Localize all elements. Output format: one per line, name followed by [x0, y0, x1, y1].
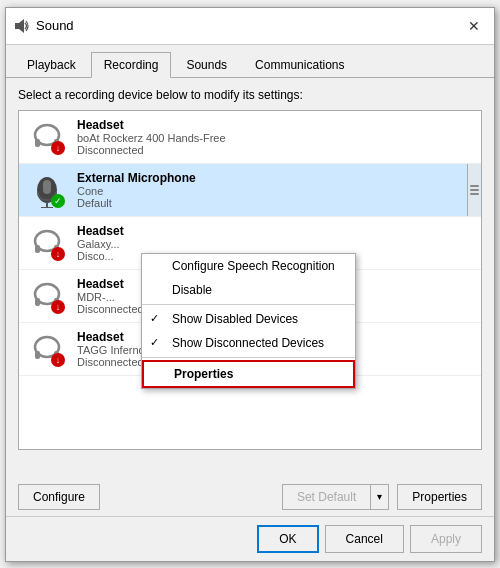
context-item-properties[interactable]: Properties	[142, 360, 355, 388]
status-badge-red2: ↓	[51, 247, 65, 261]
close-button[interactable]: ✕	[462, 14, 486, 38]
sound-dialog: Sound ✕ Playback Recording Sounds Commun…	[5, 7, 495, 562]
status-badge-red1: ↓	[51, 141, 65, 155]
window-title: Sound	[36, 18, 74, 33]
configure-button[interactable]: Configure	[18, 484, 100, 510]
context-separator	[142, 304, 355, 305]
tab-communications[interactable]: Communications	[242, 52, 357, 78]
properties-button[interactable]: Properties	[397, 484, 482, 510]
svg-rect-10	[35, 245, 40, 253]
svg-marker-1	[19, 19, 24, 33]
title-bar-left: Sound	[14, 18, 74, 34]
device-icon-headset1: ↓	[27, 117, 67, 157]
tab-bar: Playback Recording Sounds Communications	[6, 45, 494, 78]
context-menu: Configure Speech Recognition Disable Sho…	[141, 253, 356, 389]
device-status-microphone: Default	[77, 197, 196, 209]
device-icon-headset4: ↓	[27, 329, 67, 369]
device-sub-microphone: Cone	[77, 185, 196, 197]
svg-rect-0	[15, 23, 19, 29]
scroll-line	[470, 185, 479, 187]
status-badge-red3: ↓	[51, 300, 65, 314]
instruction-text: Select a recording device below to modif…	[18, 88, 482, 102]
device-sub-headset3: MDR-...	[77, 291, 144, 303]
device-info-headset3: Headset MDR-... Disconnected	[77, 277, 144, 315]
set-default-group: Set Default ▾	[282, 484, 389, 510]
device-status-headset1: Disconnected	[77, 144, 226, 156]
device-sub-headset1: boAt Rockerz 400 Hands-Free	[77, 132, 226, 144]
device-icon-headset2: ↓	[27, 223, 67, 263]
device-name-microphone: External Microphone	[77, 171, 196, 185]
device-status-headset2: Disco...	[77, 250, 124, 262]
device-name-headset2: Headset	[77, 224, 124, 238]
tab-sounds[interactable]: Sounds	[173, 52, 240, 78]
set-default-button[interactable]: Set Default	[282, 484, 371, 510]
scroll-line	[470, 189, 479, 191]
status-badge-green: ✓	[51, 194, 65, 208]
main-content: Select a recording device below to modif…	[6, 78, 494, 478]
context-separator2	[142, 357, 355, 358]
context-item-configure-speech[interactable]: Configure Speech Recognition	[142, 254, 355, 278]
tab-playback[interactable]: Playback	[14, 52, 89, 78]
set-default-dropdown[interactable]: ▾	[371, 484, 389, 510]
svg-rect-6	[43, 180, 51, 194]
title-bar: Sound ✕	[6, 8, 494, 45]
scroll-indicator	[467, 164, 481, 216]
device-info-microphone: External Microphone Cone Default	[77, 171, 196, 209]
device-item-microphone[interactable]: ✓ External Microphone Cone Default	[19, 164, 481, 217]
svg-rect-13	[35, 298, 40, 306]
device-status-headset3: Disconnected	[77, 303, 144, 315]
sound-icon	[14, 18, 30, 34]
context-item-disable[interactable]: Disable	[142, 278, 355, 302]
device-icon-microphone: ✓	[27, 170, 67, 210]
device-name-headset1: Headset	[77, 118, 226, 132]
tab-recording[interactable]: Recording	[91, 52, 172, 78]
scroll-line	[470, 193, 479, 195]
cancel-button[interactable]: Cancel	[325, 525, 404, 553]
status-badge-red4: ↓	[51, 353, 65, 367]
device-item-headset1[interactable]: ↓ Headset boAt Rockerz 400 Hands-Free Di…	[19, 111, 481, 164]
bottom-buttons: Configure Set Default ▾ Properties	[6, 478, 494, 516]
apply-button[interactable]: Apply	[410, 525, 482, 553]
svg-rect-16	[35, 351, 40, 359]
context-item-show-disabled[interactable]: Show Disabled Devices	[142, 307, 355, 331]
device-info-headset2: Headset Galaxy... Disco...	[77, 224, 124, 262]
dialog-footer: OK Cancel Apply	[6, 516, 494, 561]
device-sub-headset2: Galaxy...	[77, 238, 124, 250]
context-item-show-disconnected[interactable]: Show Disconnected Devices	[142, 331, 355, 355]
svg-rect-3	[35, 139, 40, 147]
device-name-headset3: Headset	[77, 277, 144, 291]
device-icon-headset3: ↓	[27, 276, 67, 316]
device-info-headset1: Headset boAt Rockerz 400 Hands-Free Disc…	[77, 118, 226, 156]
ok-button[interactable]: OK	[257, 525, 318, 553]
